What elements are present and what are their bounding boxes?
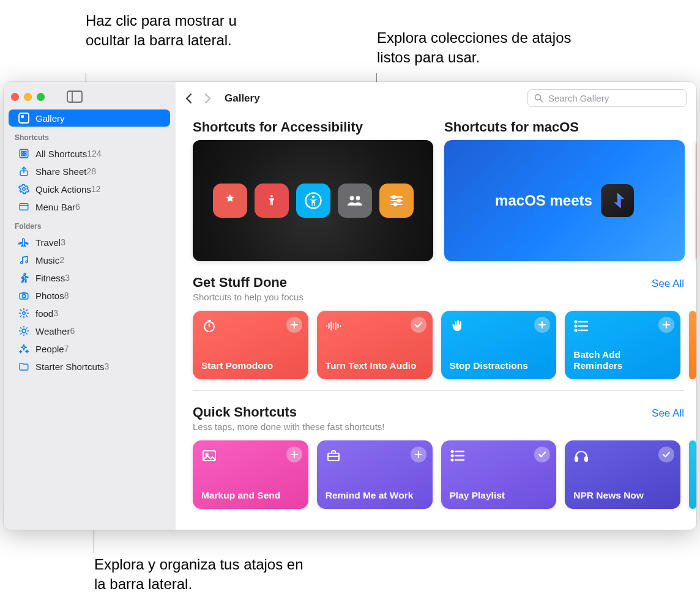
svg-line-24: [26, 316, 28, 317]
search-placeholder: Search Gallery: [548, 93, 609, 103]
sidebar-item-count: 3: [65, 273, 70, 283]
shortcut-tile-peek[interactable]: [689, 440, 696, 509]
sidebar-item-label: Gallery: [35, 113, 162, 124]
sidebar-item-gallery[interactable]: Gallery: [9, 109, 170, 127]
shortcut-tile-remind-me-at-work[interactable]: Remind Me at Work: [317, 440, 433, 509]
shortcut-tile-play-playlist[interactable]: Play Playlist: [441, 440, 557, 509]
section-title: Quick Shortcuts: [193, 404, 385, 420]
sidebar-toggle-button[interactable]: [67, 91, 83, 103]
svg-rect-7: [21, 154, 23, 156]
added-check-icon: [411, 317, 426, 333]
hero-macos-card[interactable]: macOS meets: [444, 140, 685, 261]
svg-point-40: [349, 196, 354, 201]
sidebar-item-weather[interactable]: Weather 6: [9, 322, 170, 339]
section-subtitle: Less taps, more done with these fast sho…: [193, 421, 385, 432]
sidebar-item-starter-shortcuts[interactable]: Starter Shortcuts 3: [9, 358, 170, 375]
shortcut-tile-markup-and-send[interactable]: Markup and Send: [193, 440, 308, 509]
tile-label: NPR News Now: [573, 490, 672, 502]
tile-label: Stop Distractions: [450, 360, 548, 372]
sidebar-item-quick-actions[interactable]: Quick Actions 12: [9, 180, 170, 198]
svg-rect-5: [21, 151, 23, 153]
svg-rect-6: [24, 151, 26, 153]
minimize-button[interactable]: [24, 93, 32, 101]
burst-icon: [17, 308, 31, 319]
add-button[interactable]: [534, 317, 550, 333]
svg-point-66: [575, 330, 577, 332]
svg-point-80: [451, 455, 453, 457]
search-icon: [534, 94, 543, 103]
section-subtitle: Shortcuts to help you focus: [193, 292, 303, 302]
zoom-button[interactable]: [37, 93, 45, 101]
add-button[interactable]: [658, 317, 674, 333]
tile-label: Markup and Send: [201, 490, 300, 502]
tile-label: Batch Add Reminders: [573, 349, 672, 372]
sidebar-section-shortcuts: Shortcuts: [4, 127, 175, 144]
gallery-icon: [17, 113, 31, 124]
sidebar-item-all-shortcuts[interactable]: All Shortcuts 124: [9, 145, 170, 162]
svg-rect-16: [20, 293, 28, 299]
close-button[interactable]: [11, 93, 19, 101]
sidebar-item-people[interactable]: People 7: [9, 340, 170, 357]
sidebar-item-fitness[interactable]: Fitness 3: [9, 269, 170, 286]
add-button[interactable]: [286, 317, 302, 333]
svg-point-27: [22, 329, 26, 333]
shortcut-tile-start-pomodoro[interactable]: Start Pomodoro: [193, 311, 308, 379]
callout-sidebar-toggle: Haz clic para mostrar u ocultar la barra…: [86, 11, 245, 51]
hero-c-card[interactable]: [696, 140, 696, 261]
add-button[interactable]: [286, 447, 302, 462]
shortcut-tile-npr-news-now[interactable]: NPR News Now: [565, 440, 680, 509]
head-icon: [573, 448, 589, 464]
sidebar-item-food[interactable]: food 3: [9, 305, 170, 322]
camera-icon: [17, 290, 31, 301]
app-window: Gallery Shortcuts All Shortcuts 124 Shar…: [4, 82, 696, 530]
svg-point-18: [23, 312, 26, 315]
added-check-icon: [534, 447, 550, 462]
sidebar-item-share-sheet[interactable]: Share Sheet 28: [9, 163, 170, 180]
sidebar-item-label: All Shortcuts: [35, 149, 87, 159]
svg-rect-0: [67, 91, 82, 102]
hero-accessibility-card[interactable]: [193, 140, 433, 261]
sidebar-item-count: 2: [59, 255, 64, 265]
svg-point-78: [451, 451, 453, 453]
sidebar-item-label: food: [35, 308, 53, 319]
tile-label: Remind Me at Work: [326, 490, 424, 502]
nav-back-button[interactable]: [185, 93, 193, 104]
sidebar-item-menu-bar[interactable]: Menu Bar 6: [9, 198, 170, 215]
see-all-link[interactable]: See All: [652, 407, 684, 420]
svg-rect-11: [20, 204, 28, 210]
svg-point-15: [24, 273, 26, 275]
add-button[interactable]: [411, 447, 426, 462]
music-icon: [17, 254, 31, 265]
svg-point-39: [311, 196, 314, 198]
sidebar-item-count: 6: [70, 326, 75, 336]
sidebar-item-music[interactable]: Music 2: [9, 251, 170, 269]
svg-line-34: [21, 333, 21, 334]
sidebar-item-label: Weather: [35, 326, 70, 336]
svg-line-25: [20, 316, 21, 317]
svg-point-62: [575, 321, 577, 323]
timer-icon: [201, 318, 217, 334]
sidebar-item-label: Music: [35, 255, 59, 265]
sparkle-icon: [17, 343, 31, 354]
hero-a-title: Shortcuts for Accessibility: [193, 117, 433, 140]
callout-collections: Explora colecciones de atajos listos par…: [377, 28, 585, 68]
toolbar: Gallery Search Gallery: [176, 82, 696, 113]
sidebar-item-travel[interactable]: Travel 3: [9, 234, 170, 251]
shortcut-tile-turn-text-into-audio[interactable]: Turn Text Into Audio: [317, 311, 433, 379]
sidebar-item-photos[interactable]: Photos 8: [9, 287, 170, 304]
svg-point-13: [21, 262, 23, 264]
added-check-icon: [658, 447, 674, 462]
list-icon: [573, 318, 589, 334]
hero-c-title: F: [696, 117, 696, 140]
svg-rect-3: [21, 115, 24, 118]
tile-label: Play Playlist: [450, 490, 548, 502]
search-input[interactable]: Search Gallery: [527, 89, 687, 107]
see-all-link[interactable]: See All: [652, 278, 684, 290]
shortcut-tile-batch-add-reminders[interactable]: Batch Add Reminders: [565, 311, 680, 379]
nav-forward-button[interactable]: [204, 93, 211, 104]
sidebar-item-label: Photos: [35, 291, 64, 301]
shortcut-tile-stop-distractions[interactable]: Stop Distractions: [441, 311, 557, 379]
svg-point-45: [392, 196, 395, 198]
shortcut-tile-peek[interactable]: [689, 311, 696, 379]
svg-rect-4: [20, 149, 28, 158]
